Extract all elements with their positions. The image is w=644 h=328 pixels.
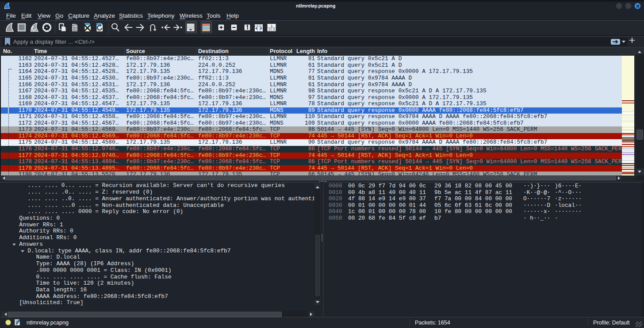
svg-text:2: 2 — [269, 27, 271, 31]
svg-text:3: 3 — [273, 27, 275, 31]
svg-text:1: 1 — [271, 24, 272, 28]
